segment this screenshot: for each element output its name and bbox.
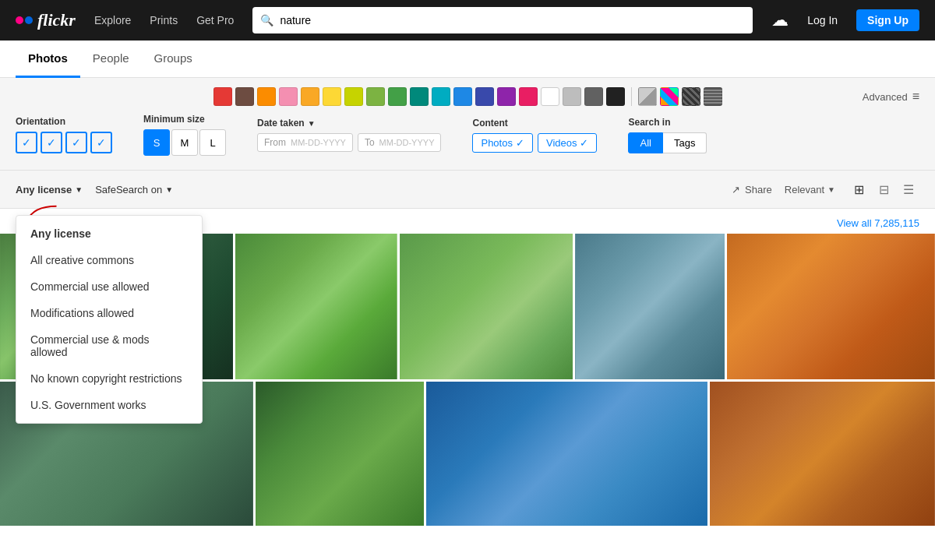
signup-button[interactable]: Sign Up — [856, 9, 919, 31]
logo-dots — [16, 16, 33, 24]
orientation-square[interactable]: ✓ — [65, 132, 87, 153]
color-row: Advanced ≡ — [16, 87, 919, 106]
tab-photos[interactable]: Photos — [16, 41, 80, 78]
share-icon: ↗ — [732, 184, 740, 195]
color-bw[interactable] — [638, 87, 657, 106]
orientation-portrait[interactable]: ✓ — [41, 132, 62, 153]
safesearch-button[interactable]: SafeSearch on ▼ — [95, 184, 173, 195]
color-orange[interactable] — [257, 87, 276, 106]
color-pink[interactable] — [279, 87, 298, 106]
color-black[interactable] — [606, 87, 625, 106]
orientation-group: Orientation ✓ ✓ ✓ ✓ — [16, 116, 112, 153]
check-icon-2: ✓ — [580, 137, 588, 149]
view-grid-medium[interactable]: ⊟ — [873, 178, 894, 200]
search-in-all[interactable]: All — [628, 132, 662, 153]
color-yellow-green[interactable] — [344, 87, 363, 106]
view-grid-small[interactable]: ⊞ — [848, 178, 870, 200]
login-button[interactable]: Log In — [807, 14, 838, 26]
orientation-panorama[interactable]: ✓ — [90, 132, 112, 153]
photo-4[interactable] — [400, 234, 573, 379]
photo-6[interactable] — [727, 234, 935, 379]
size-m[interactable]: M — [171, 129, 198, 156]
check-icon: ✓ — [516, 137, 524, 149]
safesearch-chevron-icon: ▼ — [165, 185, 173, 194]
view-list[interactable]: ☰ — [898, 178, 919, 200]
search-in-label: Search in — [628, 117, 707, 128]
photo-9[interactable] — [426, 382, 707, 526]
photo-10-bg — [710, 382, 935, 526]
photo-8-bg — [256, 382, 425, 526]
license-option-3[interactable]: Modifications allowed — [16, 300, 202, 326]
license-label: Any license — [16, 184, 72, 195]
license-wrapper: Any license ▼ Any license All creative c… — [16, 184, 83, 195]
color-teal[interactable] — [410, 87, 429, 106]
orientation-label: Orientation — [16, 116, 112, 127]
orientation-landscape[interactable]: ✓ — [16, 132, 37, 153]
license-option-1[interactable]: All creative commons — [16, 247, 202, 273]
color-cyan[interactable] — [432, 87, 450, 106]
advanced-button[interactable]: Advanced ≡ — [863, 90, 919, 104]
photo-3[interactable] — [235, 234, 397, 379]
content-videos-btn[interactable]: Videos ✓ — [538, 133, 598, 153]
search-input[interactable] — [280, 14, 745, 26]
logo-text: flickr — [37, 10, 76, 30]
photo-9-bg — [426, 382, 707, 526]
nav-prints[interactable]: Prints — [150, 14, 178, 26]
color-dark-gray[interactable] — [584, 87, 603, 106]
action-row: Any license ▼ Any license All creative c… — [0, 171, 935, 209]
logo-dot-pink — [16, 16, 23, 24]
license-option-0[interactable]: Any license — [16, 220, 202, 247]
color-magenta[interactable] — [519, 87, 538, 106]
orientation-checkboxes: ✓ ✓ ✓ ✓ — [16, 132, 112, 153]
view-all-link[interactable]: View all 7,285,115 — [837, 217, 919, 229]
color-pattern[interactable] — [682, 87, 700, 106]
date-to[interactable]: To MM-DD-YYYY — [358, 133, 442, 152]
color-multi[interactable] — [660, 87, 679, 106]
upload-icon[interactable]: ☁ — [771, 10, 789, 30]
color-blue[interactable] — [453, 87, 472, 106]
color-green-light[interactable] — [366, 87, 385, 106]
logo-dot-blue — [25, 16, 33, 24]
date-label: Date taken ▼ — [257, 118, 441, 129]
search-in-buttons: All Tags — [628, 132, 707, 153]
safesearch-label: SafeSearch on — [95, 184, 162, 195]
tab-groups[interactable]: Groups — [142, 41, 205, 78]
filters-area: Advanced ≡ Orientation ✓ ✓ ✓ ✓ Minimum s… — [0, 78, 935, 171]
color-green[interactable] — [388, 87, 407, 106]
color-brown[interactable] — [235, 87, 254, 106]
license-option-5[interactable]: No known copyright restrictions — [16, 365, 202, 392]
color-yellow[interactable] — [323, 87, 341, 106]
photo-10[interactable] — [710, 382, 935, 526]
size-s[interactable]: S — [143, 129, 170, 156]
nav-explore[interactable]: Explore — [94, 14, 131, 26]
color-purple[interactable] — [497, 87, 516, 106]
color-lines[interactable] — [704, 87, 722, 106]
color-yellow-dark[interactable] — [301, 87, 319, 106]
size-l[interactable]: L — [199, 129, 226, 156]
license-option-6[interactable]: U.S. Government works — [16, 392, 202, 418]
photo-5-bg — [575, 234, 725, 379]
share-button[interactable]: ↗ Share — [732, 184, 772, 195]
license-option-2[interactable]: Commercial use allowed — [16, 273, 202, 300]
size-label: Minimum size — [143, 114, 226, 125]
photo-8[interactable] — [256, 382, 425, 526]
color-white[interactable] — [541, 87, 559, 106]
to-placeholder: MM-DD-YYYY — [379, 138, 435, 147]
logo[interactable]: flickr — [16, 10, 76, 30]
color-dark-blue[interactable] — [475, 87, 494, 106]
tabs-nav: Photos People Groups — [0, 41, 935, 78]
filter-row: Orientation ✓ ✓ ✓ ✓ Minimum size S M L D… — [16, 106, 919, 160]
tab-people[interactable]: People — [80, 41, 142, 78]
date-group: Date taken ▼ From MM-DD-YYYY To MM-DD-YY… — [257, 118, 441, 152]
sort-button[interactable]: Relevant ▼ — [785, 184, 835, 195]
photo-4-bg — [400, 234, 573, 379]
date-from[interactable]: From MM-DD-YYYY — [257, 133, 353, 152]
search-in-tags[interactable]: Tags — [663, 132, 707, 153]
content-photos-btn[interactable]: Photos ✓ — [472, 133, 532, 153]
nav-getpro[interactable]: Get Pro — [196, 14, 234, 26]
photo-5[interactable] — [575, 234, 725, 379]
color-light-gray[interactable] — [563, 87, 581, 106]
color-red[interactable] — [213, 87, 232, 106]
license-option-4[interactable]: Commercial use & mods allowed — [16, 326, 202, 365]
license-button[interactable]: Any license ▼ — [16, 184, 83, 195]
